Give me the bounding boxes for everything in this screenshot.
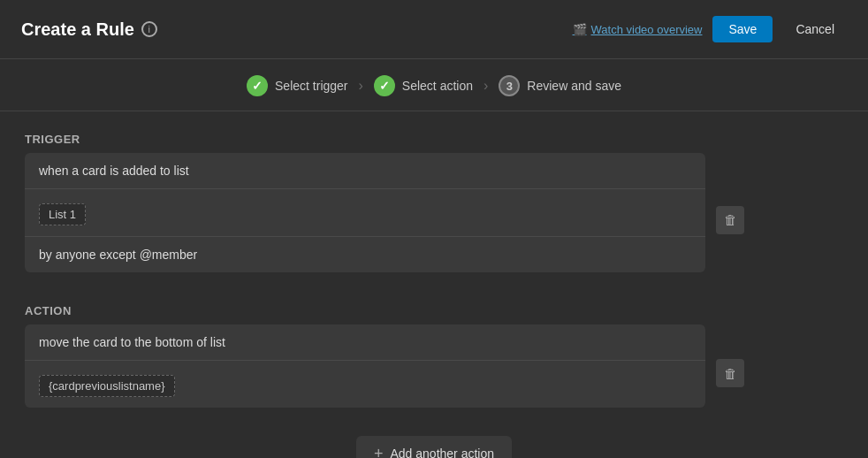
arrow-1: › [359,78,363,94]
watch-video-link[interactable]: 🎬 Watch video overview [573,23,703,36]
action-list-tag[interactable]: {cardpreviouslistname} [39,375,175,397]
info-icon[interactable]: i [141,21,157,37]
trigger-delete-button[interactable]: 🗑 [716,206,744,234]
trigger-section: Trigger when a card is added to list Lis… [25,133,843,286]
stepper: Select trigger › Select action › 3 Revie… [0,75,868,96]
trigger-label: Trigger [25,133,843,146]
step-select-action: Select action [374,75,473,96]
step-1-label: Select trigger [275,79,347,93]
main-content: Trigger when a card is added to list Lis… [0,111,868,458]
trash-icon-2: 🗑 [724,366,737,381]
step-3-icon: 3 [499,75,520,96]
step-1-icon [247,75,268,96]
step-review-save: 3 Review and save [499,75,621,96]
action-section: Action move the card to the bottom of li… [25,304,843,422]
step-2-icon [374,75,395,96]
trigger-card: when a card is added to list List 1 by a… [25,153,705,272]
step-3-label: Review and save [527,79,621,93]
arrow-2: › [483,78,488,94]
plus-icon: + [374,446,384,458]
trigger-row-3: by anyone except @member [25,237,705,272]
trigger-row-1: when a card is added to list [25,153,705,189]
trigger-row-2: List 1 [25,189,705,237]
action-delete-button[interactable]: 🗑 [716,359,744,387]
video-icon: 🎬 [573,23,587,36]
step-2-label: Select action [402,79,473,93]
add-another-action-button[interactable]: + Add another action [356,436,512,458]
header-right: 🎬 Watch video overview Save Cancel [573,16,847,42]
stepper-bar: Select trigger › Select action › 3 Revie… [0,59,868,111]
trash-icon: 🗑 [724,212,737,227]
page-title: Create a Rule [21,19,134,40]
action-row-1: move the card to the bottom of list [25,324,705,361]
action-card: move the card to the bottom of list {car… [25,324,705,408]
cancel-button[interactable]: Cancel [783,16,847,42]
header-left: Create a Rule i [21,19,157,40]
action-label: Action [25,304,843,317]
action-row-2: {cardpreviouslistname} [25,361,705,408]
add-action-label: Add another action [390,447,494,458]
save-button[interactable]: Save [712,16,773,42]
page-header: Create a Rule i 🎬 Watch video overview S… [0,0,868,59]
step-select-trigger: Select trigger [247,75,347,96]
trigger-list-tag[interactable]: List 1 [39,203,86,225]
